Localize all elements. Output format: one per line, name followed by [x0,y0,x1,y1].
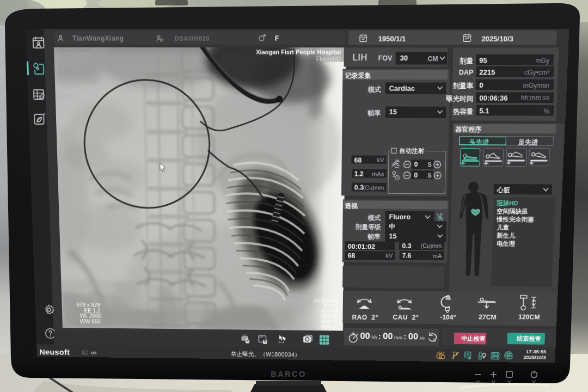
svg-text:Xiaogan Fisrt People Hospital: Xiaogan Fisrt People Hospital [256,48,341,55]
svg-text:tianwangxiang: tianwangxiang [58,50,92,56]
svg-text:17:27:31: 17:27:31 [59,81,80,87]
svg-text:BARCO: BARCO [271,370,307,378]
svg-text:WW 850: WW 850 [79,318,101,324]
svg-text:SUM 1: SUM 1 [59,93,76,99]
svg-text:FluoroHD: FluoroHD [316,56,341,62]
svg-text:CAU 2°: CAU 2° [321,323,338,329]
svg-text:1950/1/1: 1950/1/1 [58,63,79,69]
svg-text:5: 5 [433,338,436,343]
svg-text:2025/10/3: 2025/10/3 [58,75,82,81]
svg-text:REF: REF [243,334,247,336]
svg-text:DSA009620: DSA009620 [58,57,87,63]
svg-text:CM: CM [259,336,263,339]
